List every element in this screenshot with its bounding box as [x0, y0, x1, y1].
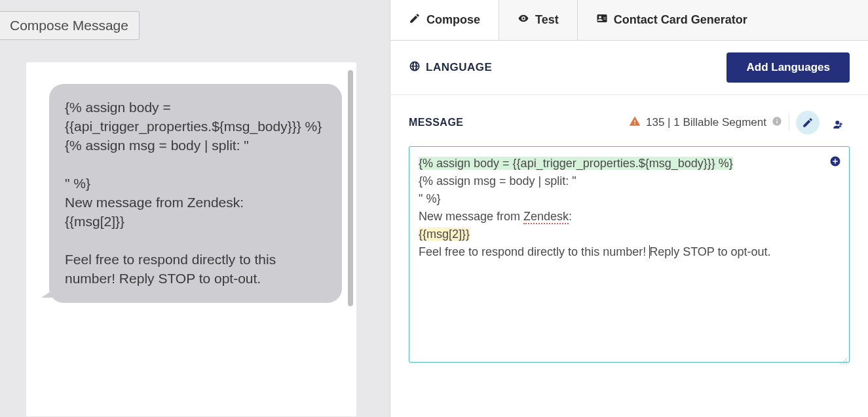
tab-compose-label: Compose [426, 13, 480, 27]
personalize-tool-button[interactable] [826, 111, 850, 134]
segment-text: 135 | 1 Billable Segment [646, 116, 766, 129]
language-row: LANGUAGE Add Languages [390, 41, 868, 95]
editor-line-2: {% assign msg = body | split: " [419, 172, 840, 190]
add-languages-button[interactable]: Add Languages [726, 52, 850, 83]
editor-line-5: New message from Zendesk: [419, 208, 840, 226]
editor-panel: Compose Test Contact Card Generator [390, 0, 868, 417]
sms-preview-bubble: {% assign body = {{api_trigger_propertie… [49, 84, 342, 303]
language-label: LANGUAGE [409, 60, 492, 75]
tabs-bar: Compose Test Contact Card Generator [390, 0, 868, 41]
editor-line-8: Feel free to respond directly to this nu… [419, 243, 840, 261]
tab-contact-card-label: Contact Card Generator [614, 13, 747, 27]
language-label-text: LANGUAGE [426, 61, 492, 74]
edit-tool-button[interactable] [796, 111, 820, 134]
editor-line-1: {% assign body = {{api_trigger_propertie… [419, 157, 733, 170]
tab-test-label: Test [535, 13, 559, 27]
eye-icon [518, 12, 529, 28]
editor-line-6: {{msg[2]}} [419, 228, 470, 241]
message-meta: 135 | 1 Billable Segment [629, 111, 850, 134]
warning-icon [629, 115, 641, 130]
svg-line-2 [846, 363, 847, 365]
scrollbar[interactable] [348, 70, 353, 306]
divider [789, 114, 789, 131]
editor-line-4: " %} [419, 190, 840, 208]
tab-contact-card[interactable]: Contact Card Generator [578, 0, 766, 40]
tab-compose[interactable]: Compose [390, 0, 499, 40]
message-header: MESSAGE 135 | 1 Billable Segment [409, 111, 850, 134]
tab-test[interactable]: Test [499, 0, 578, 40]
preview-panel: Compose Message {% assign body = {{api_t… [0, 0, 390, 417]
pencil-icon [409, 12, 421, 28]
preview-card: {% assign body = {{api_trigger_propertie… [26, 62, 356, 416]
resize-handle[interactable] [839, 352, 847, 360]
compose-message-tab[interactable]: Compose Message [0, 11, 140, 40]
plus-circle-icon[interactable] [829, 155, 841, 167]
message-editor[interactable]: {% assign body = {{api_trigger_propertie… [409, 146, 850, 363]
segment-info: 135 | 1 Billable Segment [629, 115, 782, 130]
contact-card-icon [596, 12, 608, 28]
info-icon[interactable] [772, 116, 782, 130]
message-title: MESSAGE [409, 117, 464, 129]
message-section: MESSAGE 135 | 1 Billable Segment [390, 95, 868, 363]
globe-icon [409, 60, 421, 75]
